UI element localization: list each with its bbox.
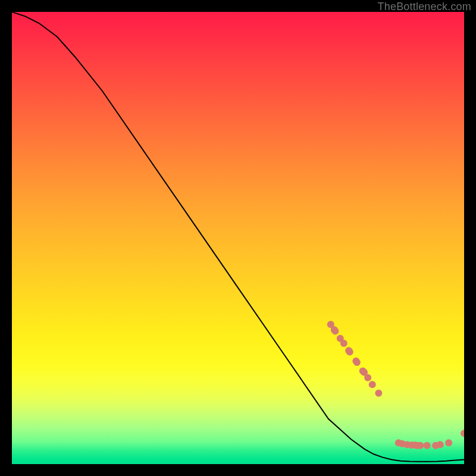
chart-marker xyxy=(340,340,347,347)
chart-marker xyxy=(331,328,339,335)
chart-marker xyxy=(432,442,439,449)
chart-marker xyxy=(403,441,411,448)
chart-marker xyxy=(345,347,352,354)
chart-marker xyxy=(352,358,359,365)
chart-marker xyxy=(412,441,419,449)
chart-marker xyxy=(395,439,402,446)
chart-svg-overlay xyxy=(12,12,464,464)
chart-marker xyxy=(361,369,368,376)
chart-marker xyxy=(437,441,444,448)
chart-marker xyxy=(346,349,353,356)
chart-marker xyxy=(424,442,431,449)
chart-marker xyxy=(408,441,415,449)
watermark-text: TheBottleneck.com xyxy=(378,1,471,13)
chart-marker xyxy=(375,390,382,397)
chart-marker xyxy=(416,442,424,449)
chart-marker xyxy=(353,359,361,366)
chart-marker xyxy=(445,439,452,446)
chart-marker xyxy=(461,430,464,437)
chart-plot-area xyxy=(12,12,464,464)
chart-marker xyxy=(331,326,338,333)
chart-marker xyxy=(414,442,421,449)
chart-marker xyxy=(399,440,406,447)
chart-markers-group xyxy=(327,321,464,449)
chart-marker xyxy=(337,335,344,342)
chart-marker xyxy=(327,321,334,328)
chart-marker xyxy=(364,374,371,381)
chart-line-curve xyxy=(12,12,464,462)
chart-marker xyxy=(359,367,367,374)
chart-stage: TheBottleneck.com xyxy=(0,0,476,476)
chart-marker xyxy=(369,381,376,388)
